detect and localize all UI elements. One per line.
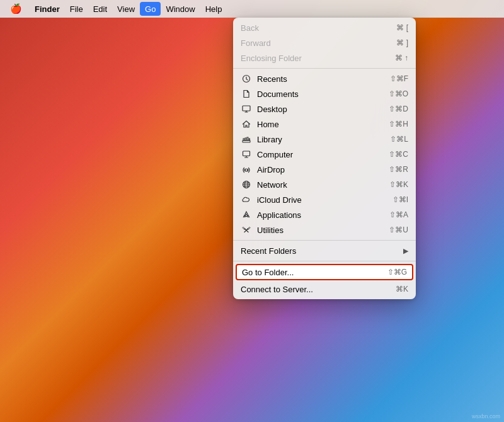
menu-item-network-label: Network — [257, 180, 389, 190]
menu-item-computer-label: Computer — [257, 150, 389, 159]
menu-item-goto-folder-shortcut: ⇧⌘G — [387, 268, 407, 277]
menu-item-connect-server-label: Connect to Server... — [241, 285, 396, 294]
library-icon — [241, 134, 252, 145]
menu-item-back-shortcut: ⌘ [ — [396, 23, 408, 32]
menu-item-enclosing[interactable]: Enclosing Folder ⌘ ↑ — [233, 50, 416, 66]
menu-item-applications[interactable]: Applications ⇧⌘A — [233, 207, 416, 222]
menu-item-enclosing-label: Enclosing Folder — [241, 54, 395, 63]
svg-rect-1 — [243, 106, 250, 111]
computer-icon — [241, 149, 252, 160]
menu-item-home-shortcut: ⇧⌘H — [389, 120, 408, 128]
submenu-arrow-icon: ▶ — [403, 247, 408, 255]
menu-item-desktop-shortcut: ⇧⌘D — [389, 105, 408, 113]
menu-item-library-shortcut: ⇧⌘L — [390, 135, 408, 144]
recents-icon — [241, 73, 252, 84]
menu-item-airdrop-label: AirDrop — [257, 165, 389, 174]
menu-item-home-label: Home — [257, 120, 389, 129]
svg-rect-4 — [245, 138, 246, 140]
menu-item-recents[interactable]: Recents ⇧⌘F — [233, 71, 416, 86]
menu-item-documents[interactable]: Documents ⇧⌘O — [233, 86, 416, 101]
menu-item-recent-folders[interactable]: Recent Folders ▶ — [233, 243, 416, 258]
menu-item-computer[interactable]: Computer ⇧⌘C — [233, 147, 416, 162]
menu-item-applications-label: Applications — [257, 210, 389, 220]
menu-item-documents-label: Documents — [257, 89, 389, 99]
menu-item-desktop-label: Desktop — [257, 105, 389, 114]
svg-rect-7 — [243, 151, 250, 156]
menu-item-goto-folder-label: Go to Folder... — [242, 268, 387, 277]
menu-item-documents-shortcut: ⇧⌘O — [389, 89, 408, 98]
menu-item-back-label: Back — [241, 23, 396, 33]
menu-item-connect-server-shortcut: ⌘K — [396, 285, 408, 294]
menu-item-forward-shortcut: ⌘ ] — [396, 38, 408, 47]
help-menu[interactable]: Help — [200, 2, 227, 16]
menu-item-icloud-label: iCloud Drive — [257, 195, 392, 205]
file-menu[interactable]: File — [65, 2, 88, 16]
menu-item-network[interactable]: Network ⇧⌘K — [233, 177, 416, 192]
menu-item-library[interactable]: Library ⇧⌘L — [233, 132, 416, 147]
go-menu[interactable]: Go — [140, 2, 161, 16]
menu-item-utilities-label: Utilities — [257, 225, 389, 235]
separator-1 — [233, 68, 416, 69]
watermark: wsxbn.com — [472, 413, 500, 419]
menu-item-goto-folder[interactable]: Go to Folder... ⇧⌘G — [236, 264, 413, 280]
separator-3 — [233, 261, 416, 261]
go-dropdown-menu: Back ⌘ [ Forward ⌘ ] Enclosing Folder ⌘ … — [233, 18, 416, 299]
documents-icon — [241, 88, 252, 100]
svg-rect-3 — [243, 139, 244, 140]
svg-rect-6 — [249, 139, 250, 140]
desktop: 🍎 Finder File Edit View Go Window Help B… — [0, 0, 504, 422]
menu-item-enclosing-shortcut: ⌘ ↑ — [395, 54, 408, 62]
menu-item-forward[interactable]: Forward ⌘ ] — [233, 35, 416, 50]
menu-item-utilities[interactable]: Utilities ⇧⌘U — [233, 222, 416, 237]
menu-item-back[interactable]: Back ⌘ [ — [233, 20, 416, 35]
menu-item-airdrop-shortcut: ⇧⌘R — [389, 165, 408, 174]
window-menu[interactable]: Window — [161, 2, 200, 16]
svg-rect-5 — [247, 137, 248, 140]
menu-item-airdrop[interactable]: AirDrop ⇧⌘R — [233, 162, 416, 177]
finder-menu[interactable]: Finder — [30, 2, 65, 16]
menu-item-desktop[interactable]: Desktop ⇧⌘D — [233, 101, 416, 117]
menu-item-network-shortcut: ⇧⌘K — [389, 180, 408, 189]
svg-point-8 — [245, 169, 248, 171]
menu-item-recents-label: Recents — [257, 74, 390, 84]
desktop-icon — [241, 103, 252, 115]
menu-item-computer-shortcut: ⇧⌘C — [389, 150, 408, 159]
airdrop-icon — [241, 164, 252, 175]
apple-menu-button[interactable]: 🍎 — [5, 0, 27, 18]
menu-item-icloud-shortcut: ⇧⌘I — [392, 195, 408, 204]
menu-item-recents-shortcut: ⇧⌘F — [390, 74, 408, 83]
network-icon — [241, 179, 252, 190]
view-menu[interactable]: View — [112, 2, 140, 16]
home-icon — [241, 118, 252, 130]
edit-menu[interactable]: Edit — [88, 2, 112, 16]
menubar: 🍎 Finder File Edit View Go Window Help — [0, 0, 504, 18]
menu-item-connect-server[interactable]: Connect to Server... ⌘K — [233, 282, 416, 297]
menu-item-home[interactable]: Home ⇧⌘H — [233, 117, 416, 132]
menu-item-icloud[interactable]: iCloud Drive ⇧⌘I — [233, 192, 416, 207]
icloud-icon — [241, 194, 252, 205]
separator-2 — [233, 240, 416, 241]
applications-icon — [241, 209, 252, 220]
menu-item-forward-label: Forward — [241, 38, 396, 48]
svg-point-11 — [246, 215, 248, 217]
menu-item-library-label: Library — [257, 135, 390, 144]
menu-item-recent-folders-label: Recent Folders — [241, 246, 403, 256]
utilities-icon — [241, 224, 252, 236]
menu-item-applications-shortcut: ⇧⌘A — [389, 210, 408, 219]
menu-item-utilities-shortcut: ⇧⌘U — [389, 225, 408, 234]
